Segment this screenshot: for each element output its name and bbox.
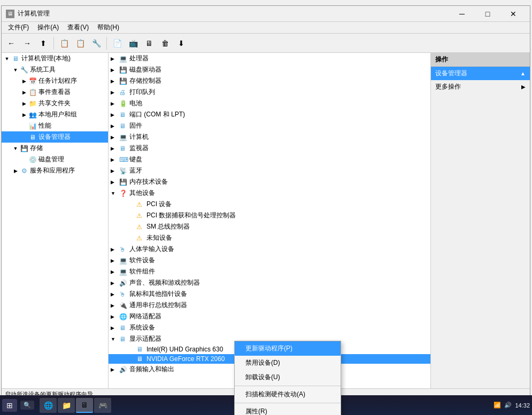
soft-components-label: 软件组件 <box>129 267 155 276</box>
device-sound-video[interactable]: ▶ 🔊 声音、视频和游戏控制器 <box>109 277 430 288</box>
expand-icon-computer: ▼ <box>3 54 11 63</box>
disk-drives-icon: 💾 <box>119 66 128 74</box>
action-expand-icon: ▲ <box>520 71 526 76</box>
minimize-button[interactable]: ─ <box>450 8 474 20</box>
taskbar-app-active[interactable]: 🖥 <box>76 398 93 413</box>
device-unknown[interactable]: ⚠ 未知设备 <box>109 232 430 244</box>
device-monitor[interactable]: ▶ 🖥 监视器 <box>109 143 430 154</box>
context-menu-properties[interactable]: 属性(R) <box>235 404 341 415</box>
taskbar-system-tray: 📶 🔊 14:32 <box>494 402 530 409</box>
device-print-queue[interactable]: ▶ 🖨 打印队列 <box>109 87 430 98</box>
context-menu-disable-device[interactable]: 禁用设备(D) <box>235 356 341 370</box>
expand-icon-services: ▶ <box>11 167 20 175</box>
close-button[interactable]: ✕ <box>501 8 526 20</box>
tree-item-performance[interactable]: ▶ 📊 性能 <box>2 120 108 131</box>
tree-item-task-scheduler[interactable]: ▶ 📅 任务计划程序 <box>2 75 108 87</box>
taskbar-search[interactable]: 🔍 <box>20 401 34 410</box>
device-computer-node[interactable]: ▶ 💻 计算机 <box>109 131 430 143</box>
device-sm-bus[interactable]: ⚠ SM 总线控制器 <box>109 221 430 232</box>
system-tools-icon: 🔧 <box>20 66 28 74</box>
tree-label-task: 任务计划程序 <box>38 76 77 85</box>
download-button[interactable]: ⬇ <box>174 36 189 51</box>
device-serial-bus[interactable]: ▶ 🔌 通用串行总线控制器 <box>109 300 430 311</box>
action-device-manager-label: 设备管理器 <box>435 69 467 78</box>
device-bluetooth[interactable]: ▶ 📡 蓝牙 <box>109 165 430 176</box>
computer-button[interactable]: 🖥 <box>142 36 157 51</box>
maximize-button[interactable]: □ <box>475 8 500 20</box>
view-button[interactable]: 📄 <box>110 36 125 51</box>
device-processor[interactable]: ▶ 💻 处理器 <box>109 53 430 64</box>
tree-item-system-tools[interactable]: ▼ 🔧 系统工具 <box>2 64 108 75</box>
tree-item-services[interactable]: ▶ ⚙ 服务和应用程序 <box>2 165 108 176</box>
device-system-devices[interactable]: ▶ 🖥 系统设备 <box>109 322 430 333</box>
com-lpt-icon: 🖥 <box>119 111 128 119</box>
delete-button[interactable]: 🗑 <box>158 36 173 51</box>
settings-button[interactable]: 🔧 <box>89 36 104 51</box>
soft-devices-icon: 💻 <box>119 257 128 264</box>
taskbar-app-2[interactable]: 📁 <box>58 398 75 413</box>
tree-item-disk-mgmt[interactable]: ▶ 💿 磁盘管理 <box>2 154 108 165</box>
left-panel: ▼ 🖥 计算机管理(本地) ▼ 🔧 系统工具 ▶ 📅 任务计划程序 ▶ 📋 事件… <box>2 53 109 388</box>
tree-label-system-tools: 系统工具 <box>30 65 56 74</box>
sound-video-icon: 🔊 <box>119 279 128 287</box>
context-menu-uninstall-device[interactable]: 卸载设备(U) <box>235 370 341 385</box>
device-pci-device[interactable]: ⚠ PCI 设备 <box>109 199 430 210</box>
device-other-devices[interactable]: ▼ ❓ 其他设备 <box>109 187 430 199</box>
device-storage-ctrl[interactable]: ▶ 💾 存储控制器 <box>109 75 430 87</box>
tree-item-device-manager[interactable]: ▶ 🖥 设备管理器 <box>2 131 108 143</box>
sm-bus-label: SM 总线控制器 <box>147 222 190 231</box>
memory-tech-label: 内存技术设备 <box>129 177 168 186</box>
device-disk-drives[interactable]: ▶ 💾 磁盘驱动器 <box>109 64 430 75</box>
menu-action[interactable]: 操作(A) <box>33 22 63 33</box>
serial-bus-label: 通用串行总线控制器 <box>129 301 187 310</box>
device-memory-tech[interactable]: ▶ 💾 内存技术设备 <box>109 176 430 187</box>
show-hide-button[interactable]: 📋 <box>57 36 72 51</box>
up-button[interactable]: ⬆ <box>36 36 51 51</box>
taskbar-app-3[interactable]: 🎮 <box>94 398 111 413</box>
computer-icon: 🖥 <box>11 54 20 63</box>
firmware-icon: 🖥 <box>119 122 128 130</box>
device-soft-components[interactable]: ▶ 💻 软件组件 <box>109 266 430 277</box>
device-network[interactable]: ▶ 🌐 网络适配器 <box>109 311 430 322</box>
device-soft-devices[interactable]: ▶ 💻 软件设备 <box>109 255 430 266</box>
action-device-manager[interactable]: 设备管理器 ▲ <box>431 67 530 80</box>
main-content: ▼ 🖥 计算机管理(本地) ▼ 🔧 系统工具 ▶ 📅 任务计划程序 ▶ 📋 事件… <box>2 53 530 388</box>
processor-icon: 💻 <box>119 55 128 62</box>
context-menu-scan-changes[interactable]: 扫描检测硬件改动(A) <box>235 387 341 402</box>
device-hid[interactable]: ▶ 🖱 人体学输入设备 <box>109 244 430 255</box>
taskbar-start-button[interactable]: ⊞ <box>2 399 17 412</box>
back-button[interactable]: ← <box>4 36 19 51</box>
forward-button[interactable]: → <box>20 36 35 51</box>
device-keyboard[interactable]: ▶ ⌨ 键盘 <box>109 154 430 165</box>
pci-device-label: PCI 设备 <box>147 200 172 209</box>
tree-item-local-users[interactable]: ▶ 👥 本地用户和组 <box>2 109 108 120</box>
device-firmware[interactable]: ▶ 🖥 固件 <box>109 120 430 131</box>
device-pci-data[interactable]: ⚠ PCI 数据捕获和信号处理控制器 <box>109 210 430 221</box>
tree-item-storage[interactable]: ▼ 💾 存储 <box>2 143 108 154</box>
storage-icon: 💾 <box>20 144 28 153</box>
device-com-lpt[interactable]: ▶ 🖥 端口 (COM 和 LPT) <box>109 109 430 120</box>
intel-gpu-label: Intel(R) UHD Graphics 630 <box>147 346 223 353</box>
tree-item-event-viewer[interactable]: ▶ 📋 事件查看器 <box>2 87 108 98</box>
menu-view[interactable]: 查看(V) <box>63 22 93 33</box>
com-lpt-label: 端口 (COM 和 LPT) <box>129 110 185 119</box>
toolbar-separator-2 <box>106 37 107 50</box>
display-button[interactable]: 📺 <box>126 36 141 51</box>
tree-item-computer[interactable]: ▼ 🖥 计算机管理(本地) <box>2 53 108 64</box>
soft-components-icon: 💻 <box>119 268 128 276</box>
pci-data-label: PCI 数据捕获和信号处理控制器 <box>147 211 236 220</box>
context-menu-separator-1 <box>235 386 341 386</box>
device-battery[interactable]: ▶ 🔋 电池 <box>109 98 430 109</box>
menu-help[interactable]: 帮助(H) <box>93 22 124 33</box>
device-mouse[interactable]: ▶ 🖱 鼠标和其他指针设备 <box>109 288 430 300</box>
action-more-actions[interactable]: 更多操作 ▶ <box>431 80 530 93</box>
context-menu-update-driver[interactable]: 更新驱动程序(P) <box>235 341 341 356</box>
task-scheduler-icon: 📅 <box>28 77 37 85</box>
pci-data-icon: ⚠ <box>136 212 145 220</box>
properties-button[interactable]: 📋 <box>73 36 88 51</box>
tray-network-icon: 📶 <box>494 402 501 409</box>
taskbar-app-1[interactable]: 🌐 <box>40 398 57 413</box>
tree-item-shared-folders[interactable]: ▶ 📁 共享文件夹 <box>2 98 108 109</box>
print-queue-icon: 🖨 <box>119 89 128 96</box>
menu-file[interactable]: 文件(F) <box>4 22 33 33</box>
